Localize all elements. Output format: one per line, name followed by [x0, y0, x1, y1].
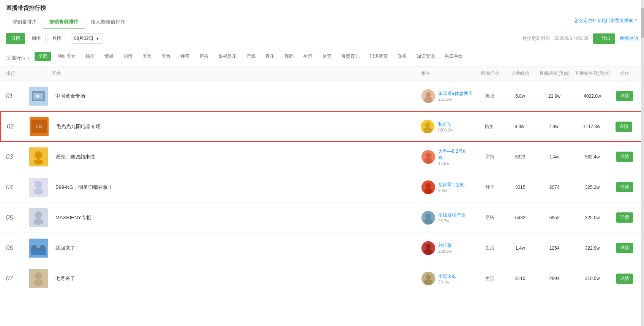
- period-daily-btn[interactable]: 日榜: [6, 33, 25, 44]
- tab-by-sales[interactable]: 按销售额排序: [43, 16, 85, 29]
- filter-tags: 全部 网红美女 搞笑 情感 剧情 美食 美妆 种草 穿搭 影视娱乐 游戏 音乐 …: [35, 52, 467, 61]
- data-desc-link[interactable]: 数据说明: [620, 35, 638, 42]
- live-name: 中国黄金专场: [55, 93, 421, 100]
- tab-by-volume[interactable]: 按销量排序: [6, 16, 43, 29]
- table-row: 03 派壳、糖城颜来啦 大鱼—8.2号红梅... 12.5w 穿搭 5323 1…: [0, 142, 644, 172]
- detail-button[interactable]: 详情: [616, 122, 632, 132]
- host-name[interactable]: 岳家军-(岳笑...: [438, 182, 468, 188]
- live-cell: 中国黄金专场: [29, 87, 421, 106]
- page-title: 直播带货排行榜: [6, 5, 638, 12]
- host-name[interactable]: 刘轩豪: [438, 242, 452, 249]
- live-name: 七月来了: [55, 275, 421, 282]
- page-header: 直播带货排行榜 按销量排序 按销售额排序 按人数峰值排序 怎么定位抖音热门带货直…: [0, 0, 644, 29]
- filter-tag-grass[interactable]: 种草: [177, 52, 193, 61]
- chevron-down-icon: ▼: [96, 36, 99, 41]
- filter-tag-parenting[interactable]: 母婴育儿: [338, 52, 363, 61]
- filter-tag-knowledge[interactable]: 知识资讯: [413, 52, 439, 61]
- col-header-industry: 所属行业: [475, 70, 505, 77]
- host-name[interactable]: 星线好物严选: [438, 212, 466, 218]
- host-fans: 12.5w: [438, 161, 475, 166]
- filter-tag-entertainment[interactable]: 影视娱乐: [215, 52, 240, 61]
- host-name[interactable]: 大鱼—8.2号红梅...: [438, 148, 475, 161]
- filter-tag-funny[interactable]: 搞笑: [82, 52, 98, 61]
- export-icon: ↑: [598, 36, 600, 41]
- rank-number: 04: [6, 184, 13, 190]
- peak-value: 1.4w: [505, 245, 535, 251]
- host-name[interactable]: 朱瓜瓜●休息两天: [438, 90, 473, 97]
- table-row: 05 MAXRIENY专柜 星线好物严选 25.7w 穿搭 6432 6952: [0, 203, 644, 233]
- detail-button[interactable]: 详情: [616, 274, 633, 284]
- filter-tag-music[interactable]: 音乐: [262, 52, 278, 61]
- detail-button[interactable]: 详情: [616, 182, 633, 192]
- filter-tag-politics[interactable]: 政务: [394, 52, 410, 61]
- detail-button[interactable]: 详情: [616, 243, 633, 253]
- host-info: 大鱼—8.2号红梅... 12.5w: [421, 148, 475, 166]
- svg-point-39: [35, 272, 42, 280]
- industry-filter: 所属行业： 全部 网红美女 搞笑 情感 剧情 美食 美妆 种草 穿搭 影视娱乐 …: [0, 48, 644, 66]
- rank-cell: 07: [6, 275, 29, 282]
- live-cell: MAXRIENY专柜: [29, 208, 421, 227]
- period-weekly-btn[interactable]: 周榜: [27, 33, 46, 44]
- filter-tag-food[interactable]: 美食: [139, 52, 155, 61]
- filter-tag-all[interactable]: 全部: [35, 52, 51, 61]
- detail-button[interactable]: 详情: [616, 91, 633, 101]
- filter-tag-internet-beauty[interactable]: 网红美女: [54, 52, 79, 61]
- live-name: B99-NG，明星们都在拿！: [55, 184, 421, 191]
- filter-tag-education[interactable]: 职场教育: [366, 52, 391, 61]
- scrollbar[interactable]: [641, 0, 644, 326]
- svg-point-36: [426, 244, 431, 249]
- svg-text:九阳: 九阳: [36, 125, 43, 128]
- host-info: 毛光光 1268.2w: [421, 120, 474, 133]
- export-button[interactable]: ↑ 导出: [593, 33, 615, 44]
- svg-point-27: [33, 219, 43, 225]
- svg-point-29: [426, 214, 431, 219]
- detail-button[interactable]: 详情: [616, 152, 633, 162]
- toolbar: 日榜 周榜 月榜 08月02日 ▼ 数据更新时间：2020/8/3 4:00:0…: [0, 29, 644, 48]
- filter-tag-game[interactable]: 游戏: [243, 52, 259, 61]
- host-name[interactable]: 毛光光: [437, 121, 453, 128]
- rank-number: 02: [7, 123, 14, 130]
- filter-tag-drama[interactable]: 剧情: [120, 52, 136, 61]
- filter-label: 所属行业：: [6, 52, 31, 62]
- date-picker[interactable]: 08月02日 ▼: [71, 33, 103, 44]
- filter-tag-life[interactable]: 生活: [300, 52, 316, 61]
- svg-point-6: [424, 97, 432, 103]
- scrollbar-thumb[interactable]: [641, 8, 644, 38]
- tab-by-peak[interactable]: 按人数峰值排序: [85, 16, 131, 29]
- svg-point-23: [426, 183, 431, 188]
- period-monthly-btn[interactable]: 月榜: [47, 33, 66, 44]
- svg-point-18: [424, 158, 432, 164]
- update-time: 数据更新时间：2020/8/3 4:00:09: [522, 35, 589, 42]
- table-row: 07 七月来了 小彩夫妇 23.1w 生活 3110 2891 310.5: [0, 263, 644, 294]
- host-name-wrap: 大鱼—8.2号红梅... 12.5w: [438, 148, 475, 166]
- industry-tag: 生活: [475, 275, 505, 282]
- col-header-host: 推主: [421, 70, 475, 77]
- table-row: 04 B99-NG，明星们都在拿！ 岳家军-(岳笑... 9.8w 种草 301…: [0, 172, 644, 203]
- filter-tag-handcraft[interactable]: 手工手绘: [441, 52, 467, 61]
- industry-tag: 种草: [475, 184, 505, 190]
- live-name: 我回来了: [55, 245, 421, 252]
- detail-button[interactable]: 详情: [616, 212, 633, 223]
- svg-point-26: [35, 211, 42, 219]
- filter-tag-fashion[interactable]: 穿搭: [196, 52, 212, 61]
- svg-point-12: [423, 127, 432, 133]
- live-thumbnail: [29, 208, 48, 227]
- filter-tag-dance[interactable]: 舞蹈: [281, 52, 297, 61]
- col-header-sales-est: 直播销量(预估): [535, 70, 573, 77]
- host-info: 星线好物严选 25.7w: [421, 211, 475, 225]
- rank-number: 06: [6, 245, 13, 251]
- host-info: 岳家军-(岳笑... 9.8w: [421, 180, 475, 194]
- live-cell: B99-NG，明星们都在拿！: [29, 178, 421, 197]
- filter-tag-emotion[interactable]: 情感: [101, 52, 117, 61]
- svg-point-24: [424, 188, 432, 194]
- host-info: 刘轩豪 228.9w: [421, 241, 475, 255]
- help-link[interactable]: 怎么定位抖音热门带货直播间？: [574, 17, 638, 24]
- filter-tag-makeup[interactable]: 美妆: [158, 52, 174, 61]
- svg-point-43: [424, 279, 432, 285]
- host-name-wrap: 刘轩豪 228.9w: [438, 242, 452, 253]
- table-row: 02 九阳 毛光光九阳电器专场 毛光光 1268.2w 搞笑 8.3w 7.8w: [0, 111, 644, 142]
- action-cell: 详情: [611, 243, 638, 253]
- host-name[interactable]: 小彩夫妇: [438, 273, 456, 280]
- filter-tag-sports[interactable]: 体育: [319, 52, 335, 61]
- live-thumbnail: [29, 178, 48, 197]
